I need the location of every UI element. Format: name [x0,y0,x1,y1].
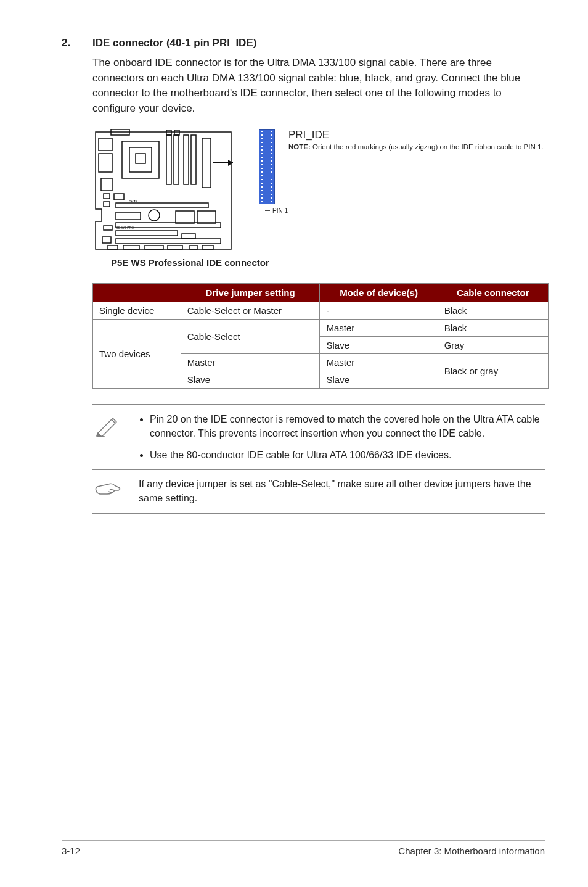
svg-rect-7 [129,147,152,172]
cell-black-or-gray: Black or gray [438,353,548,388]
svg-rect-11 [184,135,189,184]
ide-connector-graphic [259,129,275,204]
cell-single-setting: Cable-Select or Master [181,302,320,319]
svg-rect-1 [166,130,171,135]
note-bullet-2: Use the 80-conductor IDE cable for Ultra… [150,448,545,462]
svg-rect-29 [182,234,195,239]
cell-cs-master-mode: Master [320,319,438,336]
note-text: Orient the red markings (usually zigzag)… [312,143,544,151]
pin1-tick [265,208,270,213]
diagram-caption: P5E WS Professional IDE connector [111,257,545,268]
svg-rect-31 [123,245,139,249]
svg-rect-23 [116,239,221,244]
cell-single-conn: Black [438,302,548,319]
svg-rect-20 [197,211,216,223]
svg-rect-30 [108,245,118,249]
svg-rect-18 [116,212,141,220]
cell-single-device: Single device [93,302,181,319]
connector-label: PRI_IDE [288,129,544,141]
th-mode: Mode of device(s) [320,283,438,302]
svg-rect-3 [99,138,112,151]
table-row: Two devices Cable-Select Master Black [93,319,549,336]
svg-rect-32 [145,245,163,249]
pin1-label: PIN 1 [272,207,288,214]
svg-rect-24 [104,194,110,199]
note-bullet-1: Pin 20 on the IDE connector is removed t… [150,412,545,440]
pointing-hand-icon [92,477,123,505]
svg-rect-34 [190,245,197,249]
svg-point-17 [149,210,160,221]
svg-rect-5 [101,178,112,191]
svg-rect-16 [116,203,208,208]
svg-rect-9 [166,135,171,184]
cell-two-devices: Two devices [93,319,181,388]
svg-rect-2 [174,130,179,135]
svg-rect-26 [114,194,124,200]
footer-chapter: Chapter 3: Motherboard information [398,846,545,856]
svg-rect-33 [168,245,182,249]
cell-slave-setting: Slave [181,371,320,388]
th-blank [93,283,181,302]
svg-rect-22 [116,231,178,236]
footer-page-number: 3-12 [62,846,80,856]
svg-rect-8 [136,154,145,163]
cell-cs-slave-mode: Slave [320,336,438,353]
page-footer: 3-12 Chapter 3: Motherboard information [62,840,545,856]
table-row: Single device Cable-Select or Master - B… [93,302,549,319]
svg-rect-10 [174,135,179,184]
svg-rect-25 [104,202,110,207]
connector-note: NOTE: Orient the red markings (usually z… [288,142,544,152]
cell-slave-mode: Slave [320,371,438,388]
svg-rect-12 [191,135,196,184]
hand-note-text: If any device jumper is set as "Cable-Se… [139,477,545,505]
svg-rect-35 [202,245,213,249]
section-title: IDE connector (40-1 pin PRI_IDE) [92,37,256,49]
cell-cs-slave-conn: Gray [438,336,548,353]
diagram-block: /SUS P5E WS PRO [92,129,545,252]
pencil-icon [92,412,123,463]
svg-rect-4 [99,154,112,172]
jumper-table: Drive jumper setting Mode of device(s) C… [92,283,549,389]
cell-master-mode: Master [320,353,438,371]
motherboard-diagram: /SUS P5E WS PRO [92,129,234,252]
svg-rect-28 [102,237,111,243]
svg-rect-13 [202,138,211,188]
note-block-hand: If any device jumper is set as "Cable-Se… [92,469,545,513]
th-drive-jumper: Drive jumper setting [181,283,320,302]
section-heading: 2. IDE connector (40-1 pin PRI_IDE) [62,37,545,49]
svg-rect-19 [176,211,194,223]
cell-cable-select: Cable-Select [181,319,320,353]
svg-marker-15 [228,160,233,166]
svg-rect-6 [122,141,159,178]
cell-master-setting: Master [181,353,320,371]
cell-cs-master-conn: Black [438,319,548,336]
section-number: 2. [62,37,74,49]
note-block-pencil: Pin 20 on the IDE connector is removed t… [92,404,545,471]
board-model-label: P5E WS PRO [115,226,134,229]
cell-single-mode: - [320,302,438,319]
note-bold: NOTE: [288,143,311,151]
svg-text:/SUS: /SUS [128,199,137,203]
th-cable-conn: Cable connector [438,283,548,302]
svg-rect-27 [104,226,112,230]
section-paragraph: The onboard IDE connector is for the Ult… [92,56,545,117]
